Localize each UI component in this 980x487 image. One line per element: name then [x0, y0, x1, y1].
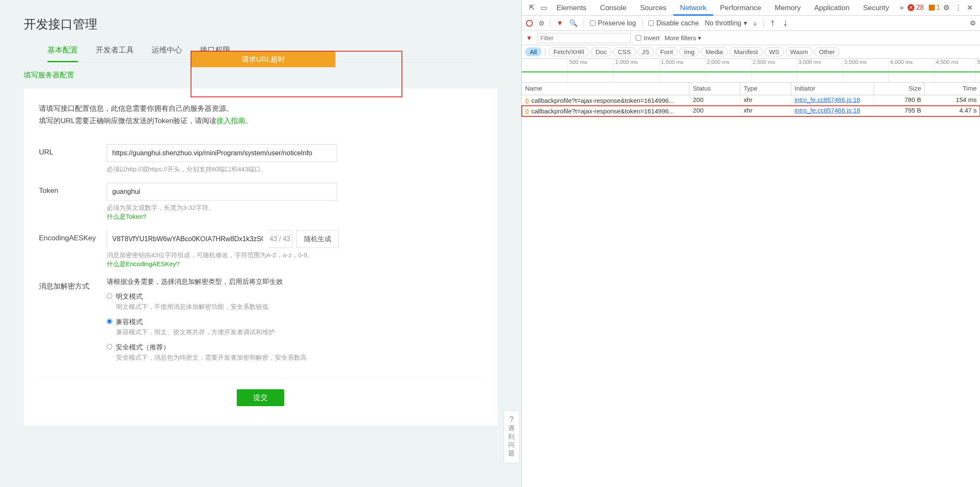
tab-performance[interactable]: Performance	[713, 0, 768, 16]
tab-console[interactable]: Console	[593, 0, 633, 16]
wechat-admin-panel: 开发接口管理 基本配置 开发者工具 运维中心 接口权限 填写服务器配置 请求UR…	[0, 0, 521, 487]
wifi-icon[interactable]: ⏚	[753, 19, 757, 27]
aeskey-input[interactable]	[107, 230, 268, 248]
pill-wasm[interactable]: Wasm	[786, 47, 813, 56]
timeout-toast: 请求URL超时	[191, 52, 335, 67]
toast-highlight-box: 请求URL超时	[191, 51, 402, 97]
pill-xhr[interactable]: Fetch/XHR	[549, 47, 589, 56]
network-timeline[interactable]: 500 ms 1,000 ms 1,500 ms 2,000 ms 2,500 …	[522, 59, 980, 83]
record-icon[interactable]	[526, 20, 533, 27]
search-icon[interactable]: 🔍	[569, 19, 578, 27]
encryption-tip: 请根据业务需要，选择消息加解密类型，启用后将立即生效	[107, 278, 482, 286]
device-toggle-icon[interactable]: ▭	[538, 3, 550, 12]
random-generate-button[interactable]: 随机生成	[296, 230, 339, 248]
funnel-icon[interactable]: ▼	[526, 34, 532, 41]
upload-har-icon[interactable]: ⭱	[770, 19, 776, 27]
token-hint: 必须为英文或数字，长度为3-32字符。	[107, 204, 482, 212]
access-guide-link[interactable]: 接入指南	[216, 117, 245, 125]
help-text: 遇	[504, 424, 519, 432]
network-filter-row: ▼ Invert More filters ▾	[522, 31, 980, 45]
radio-safe-sub: 安全模式下，消息包为纯密文，需要开发者加密和解密，安全系数高	[116, 354, 482, 362]
radio-compat-sub: 兼容模式下，明文、密文将共存，方便开发者调试和维护	[116, 328, 482, 336]
page-title: 开发接口管理	[24, 16, 498, 33]
help-icon: ?	[504, 415, 519, 424]
more-filters-dropdown[interactable]: More filters ▾	[664, 34, 701, 42]
clear-icon[interactable]: ⊘	[539, 19, 544, 27]
url-input[interactable]	[107, 144, 337, 162]
radio-plain-sub: 明文模式下，不使用消息体加解密功能，安全系数较低	[116, 303, 482, 311]
resource-type-pills: All Fetch/XHR Doc CSS JS Font Img Media …	[522, 45, 980, 59]
network-settings-icon[interactable]: ⚙	[970, 19, 976, 27]
token-label: Token	[39, 183, 107, 221]
pill-other[interactable]: Other	[814, 47, 840, 56]
what-is-token-link[interactable]: 什么是Token?	[107, 213, 482, 221]
aeskey-hint: 消息加密密钥由43位字符组成，可随机修改，字符范围为A-Z，a-z，0-9。	[107, 251, 482, 259]
network-grid-header: Name Status Type Initiator Size Time	[522, 83, 980, 95]
server-config-link[interactable]: 填写服务器配置	[24, 70, 74, 80]
preserve-log-checkbox[interactable]: Preserve log	[590, 19, 636, 27]
devtools-panel: ⇱ ▭ Elements Console Sources Network Per…	[521, 0, 980, 487]
col-status[interactable]: Status	[689, 83, 740, 95]
xhr-icon: {}	[525, 97, 529, 104]
radio-safe[interactable]	[107, 344, 112, 349]
col-size[interactable]: Size	[874, 83, 925, 95]
invert-checkbox[interactable]: Invert	[636, 34, 660, 41]
col-initiator[interactable]: Initiator	[791, 83, 874, 95]
pill-ws[interactable]: WS	[764, 47, 784, 56]
filter-toggle-icon[interactable]: ▼	[556, 19, 563, 27]
aeskey-label: EncodingAESKey	[39, 230, 107, 268]
pill-css[interactable]: CSS	[613, 47, 636, 56]
throttling-select[interactable]: No throttling▾	[705, 19, 747, 27]
error-badge[interactable]: ✕28	[908, 4, 924, 11]
pill-doc[interactable]: Doc	[591, 47, 612, 56]
tab-ops[interactable]: 运维中心	[152, 45, 182, 62]
encryption-label: 消息加解密方式	[39, 278, 107, 369]
tab-sources[interactable]: Sources	[633, 0, 673, 16]
tip-text: 请填写接口配置信息，此信息需要你拥有自己的服务器资源。 填写的URL需要正确响应…	[39, 103, 482, 127]
disable-cache-checkbox[interactable]: Disable cache	[648, 19, 699, 27]
pill-img[interactable]: Img	[679, 47, 699, 56]
xhr-icon: {}	[525, 108, 529, 114]
network-row[interactable]: {}callbackprofile?t=ajax-response&token=…	[522, 95, 980, 106]
more-tabs-icon[interactable]: »	[896, 3, 908, 12]
initiator-link[interactable]: intro_fe.cc857466.js:18	[795, 107, 860, 114]
pill-media[interactable]: Media	[701, 47, 728, 56]
kebab-icon[interactable]: ⋮	[952, 3, 964, 12]
inspect-icon[interactable]: ⇱	[526, 3, 538, 12]
aeskey-count: 43 / 43	[268, 235, 292, 243]
tab-security[interactable]: Security	[856, 0, 896, 16]
col-name[interactable]: Name	[522, 83, 689, 95]
download-har-icon[interactable]: ⭳	[782, 19, 789, 27]
tab-devtools[interactable]: 开发者工具	[96, 45, 134, 62]
url-label: URL	[39, 144, 107, 173]
help-float[interactable]: ? 遇 到 问 题	[504, 410, 520, 463]
radio-compat[interactable]	[107, 319, 112, 324]
tab-application[interactable]: Application	[808, 0, 856, 16]
pill-manifest[interactable]: Manifest	[729, 47, 763, 56]
token-input[interactable]	[107, 183, 337, 201]
config-card: 请填写接口配置信息，此信息需要你拥有自己的服务器资源。 填写的URL需要正确响应…	[24, 88, 498, 426]
what-is-aeskey-link[interactable]: 什么是EncodingAESKey?	[107, 260, 482, 268]
pill-font[interactable]: Font	[656, 47, 678, 56]
tab-memory[interactable]: Memory	[768, 0, 807, 16]
radio-plain[interactable]	[107, 293, 112, 299]
pill-all[interactable]: All	[525, 47, 542, 56]
col-time[interactable]: Time	[925, 83, 980, 95]
col-type[interactable]: Type	[740, 83, 791, 95]
network-row[interactable]: {}callbackprofile?t=ajax-response&token=…	[522, 106, 980, 116]
warning-badge[interactable]: 1	[929, 4, 940, 11]
devtools-tabbar: ⇱ ▭ Elements Console Sources Network Per…	[522, 0, 980, 16]
url-hint: 必须以http://或https://开头，分别支持80端口和443端口。	[107, 165, 482, 173]
tab-basic[interactable]: 基本配置	[47, 45, 78, 62]
settings-icon[interactable]: ⚙	[940, 3, 952, 12]
close-devtools-icon[interactable]: ✕	[964, 3, 976, 12]
initiator-link[interactable]: intro_fe.cc857466.js:18	[795, 96, 860, 103]
submit-button[interactable]: 提交	[237, 389, 284, 406]
network-toolbar: ⊘ ▼ 🔍 Preserve log Disable cache No thro…	[522, 16, 980, 31]
filter-input[interactable]	[537, 33, 631, 43]
tab-elements[interactable]: Elements	[550, 0, 593, 16]
pill-js[interactable]: JS	[637, 47, 654, 56]
tab-network[interactable]: Network	[673, 0, 713, 16]
